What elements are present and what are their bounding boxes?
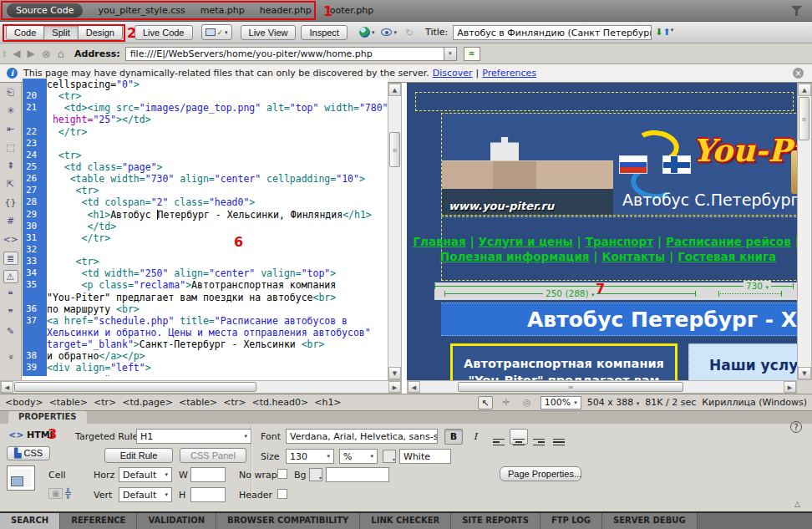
- css-mode-button[interactable]: ▙ CSS: [7, 446, 50, 460]
- line-number[interactable]: [23, 79, 47, 90]
- results-tab-server-debug[interactable]: SERVER DEBUG: [602, 513, 698, 529]
- bold-button[interactable]: B: [444, 429, 463, 445]
- code-line[interactable]: height="25"></td>: [47, 114, 388, 125]
- related-file-tab[interactable]: footer.php: [327, 5, 373, 16]
- site-nav-link[interactable]: Услуги и цены: [479, 235, 573, 248]
- line-number[interactable]: [23, 292, 47, 303]
- line-number[interactable]: 34: [23, 267, 47, 279]
- source-code-tab[interactable]: Source Code: [7, 3, 83, 18]
- text-color-input[interactable]: White: [399, 449, 451, 464]
- tag-selector-item[interactable]: <tr>: [223, 397, 246, 408]
- align-left-button[interactable]: [490, 429, 508, 445]
- css-panel-button[interactable]: CSS Panel: [180, 448, 246, 463]
- highlight-invalid-code-icon[interactable]: <>: [3, 233, 18, 247]
- horz-select[interactable]: Default▾: [119, 467, 172, 482]
- code-line[interactable]: <tr>: [47, 90, 388, 102]
- refresh-design-view-icon[interactable]: ↻: [405, 27, 414, 38]
- discover-link[interactable]: Discover: [433, 68, 473, 79]
- related-file-tab[interactable]: you_piter_style.css: [98, 5, 185, 16]
- column-width-label[interactable]: 250 (288) ▾: [543, 288, 596, 298]
- scroll-up-icon[interactable]: ▲: [798, 84, 811, 96]
- address-dropdown-icon[interactable]: ▾: [444, 47, 457, 61]
- code-line[interactable]: <p>Каждый день многие люди отправляются …: [47, 374, 388, 376]
- coding-toolbar-more-icon[interactable]: »: [4, 349, 18, 364]
- html-mode-button[interactable]: <> HTML: [8, 430, 56, 440]
- title-input[interactable]: Автобус в Финляндию (Санкт Петербург - Х…: [453, 25, 652, 40]
- results-tab-site-reports[interactable]: SITE REPORTS: [451, 513, 540, 529]
- scroll-up-icon[interactable]: ▲: [388, 84, 401, 96]
- code-line[interactable]: <div align="left">: [47, 362, 388, 374]
- line-number[interactable]: 33: [23, 256, 47, 267]
- code-line[interactable]: <table width="730" align="center" cellpa…: [47, 173, 388, 185]
- scroll-right-icon[interactable]: ▶: [784, 381, 796, 393]
- collapse-full-tag-icon[interactable]: ⇤: [3, 123, 18, 136]
- line-number[interactable]: 37: [23, 315, 47, 327]
- scroll-right-icon[interactable]: ▶: [388, 381, 401, 393]
- line-number-gutter[interactable]: 2021 2223242526272829303132333435 3637 3…: [23, 79, 47, 376]
- code-horizontal-scrollbar[interactable]: ◀ ▶: [0, 380, 402, 394]
- code-scrollbar-thumb[interactable]: ≡: [389, 132, 400, 167]
- results-tab-search[interactable]: SEARCH: [0, 513, 60, 529]
- line-numbers-icon[interactable]: #: [3, 215, 18, 228]
- filter-related-files-icon[interactable]: [791, 6, 802, 16]
- site-nav-link[interactable]: Контакты: [601, 250, 665, 263]
- text-color-swatch[interactable]: ▾: [383, 450, 396, 463]
- site-nav-link[interactable]: Гостевая книга: [678, 250, 776, 263]
- code-editor[interactable]: cellspacing="0"> <tr> <td><img src="imag…: [47, 79, 388, 376]
- font-select[interactable]: Verdana, Arial, Helvetica, sans-serif▾: [286, 429, 438, 444]
- promo-box[interactable]: Автотранспортная компания "You-Piter" пр…: [450, 343, 678, 380]
- tag-selector-item[interactable]: <table>: [179, 397, 217, 408]
- line-number[interactable]: 38: [23, 350, 47, 362]
- code-line[interactable]: </tr>: [47, 232, 388, 244]
- help-icon[interactable]: ?: [790, 421, 802, 433]
- scroll-down-icon[interactable]: ▼: [798, 367, 811, 379]
- check-browser-compatibility-button[interactable]: ✓▾: [201, 24, 232, 40]
- bg-color-swatch[interactable]: ▾: [309, 468, 322, 481]
- scroll-left-icon[interactable]: ◀: [408, 381, 420, 393]
- targeted-rule-select[interactable]: H1▾: [136, 429, 251, 444]
- align-justify-button[interactable]: [550, 429, 568, 445]
- word-wrap-icon[interactable]: ≣: [3, 252, 18, 265]
- visual-aids-icon[interactable]: ▾: [378, 24, 400, 40]
- services-box[interactable]: Наши услуги: [688, 343, 797, 380]
- header-checkbox[interactable]: [277, 489, 287, 499]
- apply-comment-icon[interactable]: ❝: [3, 288, 18, 302]
- scroll-left-icon[interactable]: ◀: [1, 381, 13, 393]
- line-number[interactable]: [23, 338, 47, 350]
- related-file-tab[interactable]: meta.php: [200, 5, 245, 16]
- properties-tab[interactable]: PROPERTIES: [8, 411, 87, 424]
- design-hscrollbar-thumb[interactable]: ≡: [458, 382, 683, 392]
- line-number[interactable]: 21: [23, 102, 47, 114]
- remove-comment-icon[interactable]: ❞: [3, 307, 18, 320]
- code-navigator-icon[interactable]: ✳: [3, 104, 18, 118]
- outer-table-width-label[interactable]: 730 ▾: [743, 281, 771, 291]
- line-number[interactable]: 36: [23, 303, 47, 315]
- line-number[interactable]: 40: [23, 374, 47, 376]
- preview-in-browser-icon[interactable]: ▾: [356, 24, 378, 40]
- syntax-error-alerts-icon[interactable]: ⚠: [3, 270, 18, 283]
- inspect-button[interactable]: Inspect: [301, 25, 347, 40]
- design-scrollbar-thumb[interactable]: ≡: [799, 97, 809, 140]
- cell-width-input[interactable]: [190, 467, 226, 482]
- code-line[interactable]: </tr>: [47, 126, 388, 138]
- view-options-icon[interactable]: ≡: [464, 47, 480, 61]
- edit-rule-button[interactable]: Edit Rule: [104, 448, 173, 463]
- view-button-design[interactable]: Design: [78, 25, 123, 40]
- table-width-bar[interactable]: 730 ▾ 250 (288) ▾: [434, 282, 797, 300]
- line-number[interactable]: 32: [23, 244, 47, 256]
- line-number[interactable]: 31: [23, 232, 47, 244]
- back-icon[interactable]: ◀: [13, 48, 20, 59]
- balance-braces-icon[interactable]: {}: [3, 196, 18, 210]
- address-input[interactable]: file:///E|/WebServers/home/you-piter/www…: [125, 47, 444, 61]
- line-number[interactable]: [23, 327, 47, 338]
- site-nav-link[interactable]: Расписание рейсов: [666, 235, 791, 248]
- preferences-link[interactable]: Preferences: [482, 68, 536, 79]
- code-line[interactable]: <td><img src="images/page_top.png" alt="…: [47, 102, 388, 114]
- code-vertical-scrollbar[interactable]: ▲ ≡ ▼: [388, 83, 402, 380]
- line-number[interactable]: 26: [23, 173, 47, 185]
- line-number[interactable]: 29: [23, 209, 47, 221]
- code-line[interactable]: <h1>Автобус Петербург - Хельсинки, Финля…: [47, 209, 388, 221]
- line-number[interactable]: 27: [23, 185, 47, 196]
- open-documents-icon[interactable]: ⎗: [3, 86, 18, 99]
- line-number[interactable]: 24: [23, 150, 47, 161]
